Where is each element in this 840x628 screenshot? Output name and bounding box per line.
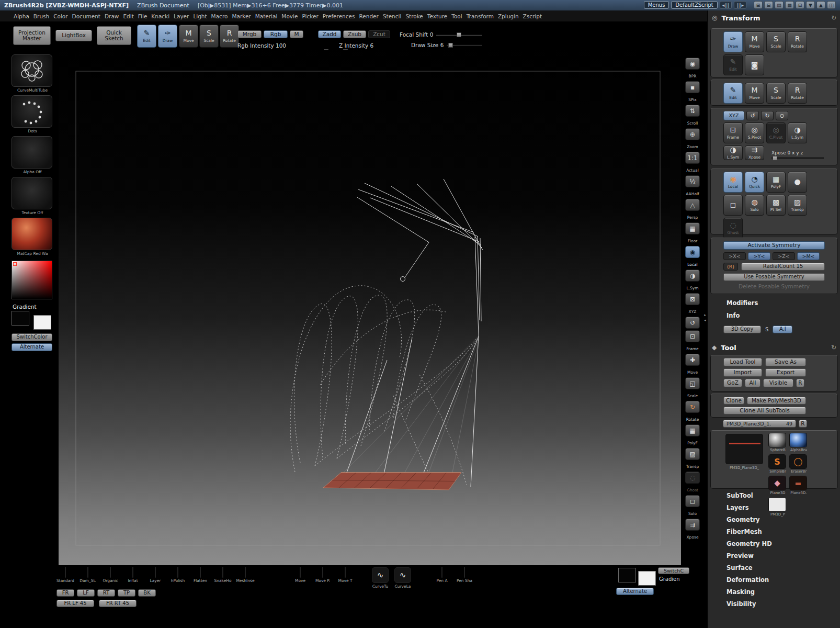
right-shelf-button[interactable]: ◻ Solo bbox=[683, 495, 702, 517]
menu-item[interactable]: Draw bbox=[105, 13, 119, 19]
menu-item[interactable]: Render bbox=[359, 13, 378, 19]
right-shelf-button[interactable]: ◌ Ghost bbox=[683, 472, 702, 494]
tool-section-header[interactable]: FiberMesh bbox=[708, 526, 840, 538]
load-tool-button[interactable]: Load Tool bbox=[723, 358, 762, 366]
symmetry-tile[interactable]: ⇉ Xpose bbox=[745, 145, 764, 160]
right-shelf-button[interactable]: ½ AAHalf bbox=[683, 175, 702, 197]
pivot-tile[interactable]: ◎ S.Pivot bbox=[745, 122, 764, 143]
shelf-scroll-left-button[interactable]: ◂||| bbox=[720, 1, 732, 9]
draw-size-track[interactable] bbox=[447, 44, 482, 46]
brush-preset[interactable]: hPolish bbox=[168, 567, 188, 583]
view-button[interactable]: BK bbox=[138, 589, 156, 597]
menu-item[interactable]: Texture bbox=[427, 13, 447, 19]
transform-palette-header[interactable]: ◎ Transform ↻ bbox=[708, 12, 840, 24]
tool-thumbnail-cell[interactable]: SphereB bbox=[768, 433, 787, 452]
titlebar-icon[interactable]: ⊞ bbox=[754, 1, 763, 9]
ghost-tile[interactable]: ◌ Ghost bbox=[723, 218, 743, 239]
tool-thumbnail-cell[interactable]: S SimpleBr bbox=[768, 454, 787, 474]
tool-thumbnail-cell[interactable]: ◯ EraserBr bbox=[789, 454, 808, 474]
make-polymesh3d-button[interactable]: Make PolyMesh3D bbox=[747, 397, 806, 405]
brush-preset[interactable]: Dam_St. bbox=[78, 567, 98, 583]
xyz-lock-button[interactable]: XYZ bbox=[723, 111, 744, 120]
symmetry-tile[interactable]: ◑ L.Sym bbox=[723, 145, 743, 160]
brush-preset[interactable]: Layer bbox=[145, 567, 165, 583]
menu-item[interactable]: Document bbox=[72, 13, 100, 19]
right-shelf-button[interactable]: ⇉ Xpose bbox=[683, 519, 702, 541]
pivot-tile[interactable]: ◑ L.Sym bbox=[788, 122, 807, 143]
rotate-ccw-icon[interactable]: ↺ bbox=[746, 111, 759, 120]
symmetry-axis-button[interactable]: >X< bbox=[723, 252, 746, 260]
pivot-tile[interactable]: ⊡ Frame bbox=[723, 122, 743, 143]
ai-button[interactable]: A.I bbox=[773, 326, 792, 333]
right-shelf-button[interactable]: ✚ Move bbox=[683, 354, 702, 376]
current-tool-slider[interactable]: PM3D_Plane3D_1. 49 bbox=[723, 420, 796, 428]
pen-brush-preset[interactable]: Pen A bbox=[432, 567, 452, 583]
symmetry-axis-button[interactable]: >M< bbox=[797, 252, 820, 260]
snapshot-camera-tile[interactable]: ◙ bbox=[745, 54, 764, 75]
draw-size-handle[interactable] bbox=[448, 43, 453, 48]
draw-mode-button[interactable]: ✑ Draw bbox=[158, 25, 177, 48]
radial-count-slider[interactable]: RadialCount 15 bbox=[741, 263, 825, 271]
all-button[interactable]: All bbox=[745, 379, 760, 387]
tool-section-header[interactable]: SubTool bbox=[708, 490, 840, 502]
symmetry-axis-button[interactable]: >Z< bbox=[773, 252, 795, 260]
color-picker-marker[interactable] bbox=[13, 262, 17, 266]
xpose-handle[interactable] bbox=[773, 156, 777, 161]
menu-item[interactable]: Movie bbox=[281, 13, 298, 19]
view-button[interactable]: TP bbox=[118, 589, 135, 597]
menu-item[interactable]: Zscript bbox=[523, 13, 542, 19]
selection-option-tile[interactable]: ▨ Transp bbox=[788, 195, 807, 216]
titlebar-icon[interactable]: ▤ bbox=[775, 1, 784, 9]
right-shelf-button[interactable]: ⊡ Frame bbox=[683, 330, 702, 352]
right-shelf-button[interactable]: ▦ Floor bbox=[683, 222, 702, 244]
delete-posable-symmetry-button[interactable]: Delete Posable Symmetry bbox=[739, 283, 810, 289]
switch-color-button[interactable]: SwitchColor bbox=[12, 333, 52, 341]
focal-shift-slider[interactable]: Focal Shift 0 bbox=[400, 31, 482, 38]
right-shelf-button[interactable]: ▪ SPix bbox=[683, 81, 702, 103]
transform-edit-tile[interactable]: R Rotate bbox=[788, 83, 807, 104]
stroke-preset[interactable]: Move P. bbox=[313, 567, 333, 583]
save-as-button[interactable]: Save As bbox=[765, 358, 806, 366]
zcut-button[interactable]: Zcut bbox=[368, 30, 390, 38]
gradient-label-bottom[interactable]: Gradien bbox=[659, 576, 680, 582]
use-posable-symmetry-button[interactable]: Use Posable Symmetry bbox=[723, 273, 825, 281]
current-stroke-thumbnail[interactable] bbox=[12, 95, 52, 128]
secondary-color-swatch[interactable] bbox=[33, 315, 51, 330]
right-shelf-button[interactable]: 1:1 Actual bbox=[683, 152, 702, 174]
edit-object-tile[interactable]: ✎ Edit bbox=[723, 54, 743, 75]
alternate-button-bottom[interactable]: Alternate bbox=[616, 588, 654, 595]
stroke-preset[interactable]: Move bbox=[290, 567, 310, 583]
menu-item[interactable]: Picker bbox=[302, 13, 318, 19]
right-shelf-button[interactable]: ◱ Scale bbox=[683, 377, 702, 399]
angle-view-button[interactable]: FR RT 45 bbox=[99, 600, 137, 607]
tool-palette-header[interactable]: ◆ Tool ↻ bbox=[708, 341, 840, 354]
titlebar-icon[interactable]: ▼ bbox=[806, 1, 815, 9]
right-shelf-button[interactable]: ◉ Local bbox=[683, 246, 702, 268]
goz-button[interactable]: GoZ bbox=[723, 379, 742, 387]
tool-section-header[interactable]: Visibility bbox=[708, 598, 840, 610]
right-shelf-button[interactable]: ▦ PolyF bbox=[683, 424, 702, 446]
curve-brush-preset[interactable]: ∿ CurveLa bbox=[393, 567, 413, 589]
brush-preset[interactable]: Organic bbox=[100, 567, 120, 583]
transform-mode-tile[interactable]: R Rotate bbox=[788, 31, 807, 52]
xpose-track[interactable] bbox=[771, 158, 824, 159]
view-button[interactable]: LF bbox=[77, 589, 95, 597]
menu-item[interactable]: Light bbox=[193, 13, 207, 19]
brush-preset[interactable]: Inflat bbox=[123, 567, 143, 583]
tool-section-header[interactable]: Layers bbox=[708, 502, 840, 514]
brush-preset[interactable]: MeshInse bbox=[235, 567, 255, 583]
right-shelf-button[interactable]: ↺ bbox=[683, 317, 702, 329]
tool-thumbnail-cell[interactable]: AlphaBru bbox=[789, 433, 808, 452]
zsub-button[interactable]: Zsub bbox=[343, 30, 366, 38]
brush-preset[interactable]: Flatten bbox=[190, 567, 210, 583]
transform-mode-tile[interactable]: M Move bbox=[745, 31, 764, 52]
right-shelf-button[interactable]: ◑ L.Sym bbox=[683, 270, 702, 291]
export-button[interactable]: Export bbox=[765, 368, 806, 377]
tool-section-header[interactable]: Masking bbox=[708, 586, 840, 598]
transform-edit-tile[interactable]: S Scale bbox=[766, 83, 786, 104]
menu-item[interactable]: Edit bbox=[123, 13, 133, 19]
current-alpha-thumbnail[interactable] bbox=[12, 136, 52, 169]
shelf-scroll-right-button[interactable]: |||▸ bbox=[734, 1, 746, 9]
tool-restore-icon[interactable]: ↻ bbox=[831, 344, 836, 351]
titlebar-icon[interactable]: ⊟ bbox=[764, 1, 773, 9]
